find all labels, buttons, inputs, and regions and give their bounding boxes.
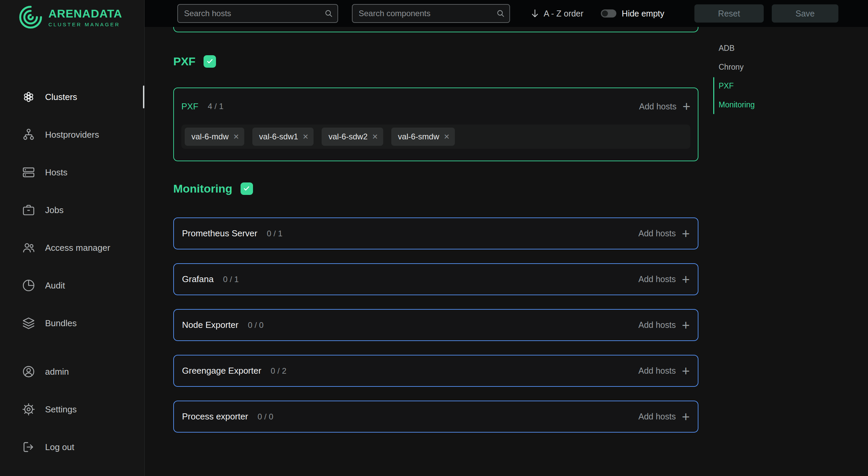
remove-host-icon[interactable]: × [372,132,378,141]
hide-empty-toggle[interactable] [601,9,616,18]
sidebar-item-jobs[interactable]: Jobs [0,191,144,229]
save-button[interactable]: Save [772,4,838,23]
sidebar-menu: Clusters Hostproviders Hosts Jobs [0,78,144,342]
component-name: Prometheus Server [182,228,257,239]
host-name: val-6-smdw [398,132,439,141]
component-count: 0 / 1 [267,229,283,238]
section-anchor-nav: ADB Chrony PXF Monitoring [719,39,755,114]
add-hosts-label: Add hosts [638,366,676,376]
section-header-pxf: PXF [173,54,868,69]
component-name: Node Exporter [182,320,239,330]
sidebar-item-label: Hostproviders [45,129,99,140]
anchor-item-monitoring[interactable]: Monitoring [719,95,755,114]
add-hosts-button[interactable]: Add hosts + [638,412,690,422]
sidebar-item-label: Bundles [45,318,77,329]
sidebar-item-bundles[interactable]: Bundles [0,304,144,342]
sidebar-item-admin[interactable]: admin [0,353,144,390]
add-hosts-button[interactable]: Add hosts + [638,320,690,330]
host-chip: val-6-mdw × [185,127,244,146]
jobs-icon [22,203,36,217]
sidebar-item-clusters[interactable]: Clusters [0,78,144,116]
anchor-item-pxf[interactable]: PXF [719,77,755,95]
search-components-field [352,4,510,23]
access-manager-icon [22,241,36,255]
add-hosts-button[interactable]: Add hosts + [639,101,690,112]
check-icon [243,185,250,192]
section-title: PXF [173,55,195,68]
main-content: PXF PXF 4 / 1 Add hosts + val-6-mdw × [145,27,868,476]
component-card-grafana: Grafana 0 / 1 Add hosts + [173,263,699,295]
search-icon [496,9,505,18]
sort-order-control[interactable]: A - Z order [530,8,583,19]
plus-icon: + [682,274,690,285]
remove-host-icon[interactable]: × [234,132,239,141]
arenadata-logo-icon [18,4,44,30]
section-checkbox[interactable] [241,182,253,195]
clusters-icon [22,90,36,104]
hosts-icon [22,165,36,179]
add-hosts-label: Add hosts [638,412,676,421]
section-checkbox[interactable] [204,55,216,68]
reset-button[interactable]: Reset [694,4,764,23]
plus-icon: + [682,366,690,376]
sidebar-item-hosts[interactable]: Hosts [0,153,144,191]
plus-icon: + [682,320,690,330]
sidebar-item-label: Log out [45,442,74,452]
component-count: 0 / 2 [271,366,287,376]
toolbar: A - Z order Hide empty Reset Save [145,0,868,27]
component-card-pxf: PXF 4 / 1 Add hosts + val-6-mdw × val-6-… [173,88,699,161]
component-card-process-exporter: Process exporter 0 / 0 Add hosts + [173,400,699,433]
add-hosts-button[interactable]: Add hosts + [638,229,690,239]
component-count: 0 / 0 [248,321,264,330]
host-chips-row: val-6-mdw × val-6-sdw1 × val-6-sdw2 × va… [181,124,690,149]
host-name: val-6-sdw1 [259,132,298,141]
sidebar-item-logout[interactable]: Log out [0,428,144,466]
component-card-node-exporter: Node Exporter 0 / 0 Add hosts + [173,309,699,341]
sidebar-item-access-manager[interactable]: Access manager [0,229,144,267]
sidebar-item-audit[interactable]: Audit [0,267,144,304]
scrolled-card-edge [173,27,699,32]
component-name: PXF [181,101,198,112]
sidebar-item-hostproviders[interactable]: Hostproviders [0,116,144,153]
host-name: val-6-sdw2 [328,132,367,141]
host-chip: val-6-smdw × [391,127,455,146]
host-chip: val-6-sdw1 × [252,127,314,146]
anchor-item-chrony[interactable]: Chrony [719,58,755,77]
search-hosts-input[interactable] [177,4,338,23]
component-card-prometheus-server: Prometheus Server 0 / 1 Add hosts + [173,217,699,249]
search-icon [324,9,333,18]
add-hosts-label: Add hosts [639,102,676,112]
add-hosts-button[interactable]: Add hosts + [638,274,690,285]
remove-host-icon[interactable]: × [444,132,450,141]
sidebar-item-label: Jobs [45,205,64,215]
logo[interactable]: ARENADATA CLUSTER MANAGER [18,4,122,30]
bundles-icon [22,316,36,330]
component-count: 4 / 1 [208,102,224,111]
component-count: 0 / 1 [223,275,239,284]
sidebar-item-label: Settings [45,404,77,415]
add-hosts-label: Add hosts [638,320,676,330]
sidebar-item-label: Clusters [45,92,77,102]
add-hosts-button[interactable]: Add hosts + [638,366,690,376]
add-hosts-label: Add hosts [638,229,676,238]
anchor-item-adb[interactable]: ADB [719,39,755,58]
sort-order-label: A - Z order [544,9,583,19]
search-components-input[interactable] [352,4,510,23]
remove-host-icon[interactable]: × [303,132,308,141]
sidebar-item-label: Access manager [45,243,110,253]
component-card-greengage-exporter: Greengage Exporter 0 / 2 Add hosts + [173,355,699,387]
section-title: Monitoring [173,182,232,195]
plus-icon: + [683,101,690,112]
host-chip: val-6-sdw2 × [322,127,383,146]
logo-text: ARENADATA CLUSTER MANAGER [49,7,122,27]
sidebar-item-settings[interactable]: Settings [0,390,144,428]
hide-empty-control: Hide empty [601,9,664,19]
gear-icon [22,402,36,416]
section-header-monitoring: Monitoring [173,181,868,196]
sidebar-item-label: admin [45,366,69,377]
host-name: val-6-mdw [191,132,229,141]
sidebar-item-label: Audit [45,280,65,291]
logo-subtitle: CLUSTER MANAGER [49,22,122,27]
component-count: 0 / 0 [258,412,274,421]
plus-icon: + [682,229,690,239]
